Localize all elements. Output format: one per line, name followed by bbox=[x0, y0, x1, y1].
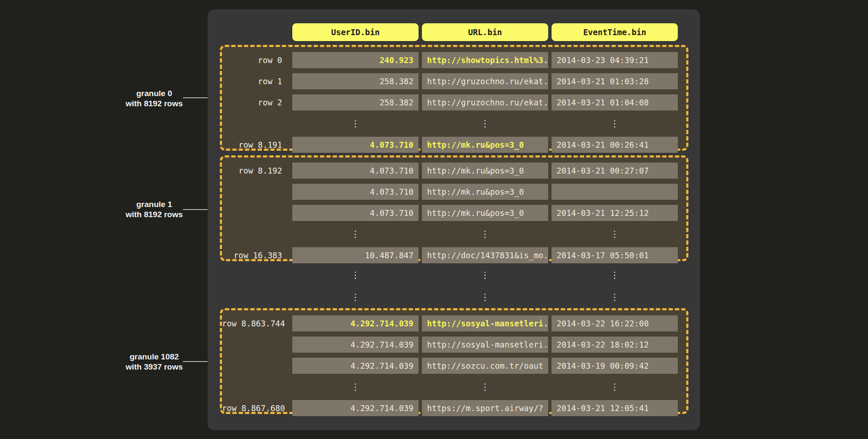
eventtime-cell: 2014-03-22 16:22:00 bbox=[552, 315, 678, 331]
vertical-ellipsis: ⋮ bbox=[292, 289, 419, 305]
userid-cell: 4.292.714.039 bbox=[292, 315, 419, 331]
vertical-ellipsis: ⋮ bbox=[552, 267, 678, 283]
userid-cell: 240.923 bbox=[292, 52, 419, 68]
userid-cell: 10.487.847 bbox=[292, 247, 419, 263]
table-row: row 2 258.382 http://gruzochno.ru/ekat..… bbox=[222, 94, 686, 110]
vertical-ellipsis: ⋮ bbox=[292, 379, 419, 395]
table-row: row 8.192 4.073.710 http://mk.ru&pos=3_0… bbox=[222, 163, 686, 179]
row-label: row 2 bbox=[222, 94, 289, 110]
ellipsis-row: ⋮ ⋮ ⋮ bbox=[222, 379, 686, 395]
row-label bbox=[222, 337, 289, 353]
userid-cell: 4.073.710 bbox=[292, 137, 419, 153]
table-row: 4.073.710 http://mk.ru&pos=3_0 bbox=[222, 184, 686, 200]
table-row: 4.073.710 http://mk.ru&pos=3_0 2014-03-2… bbox=[222, 205, 686, 221]
eventtime-cell: 2014-03-23 04:39:21 bbox=[552, 52, 678, 68]
table-row: row 16.383 10.487.847 http://doc/1437831… bbox=[222, 247, 686, 263]
url-cell: http://mk.ru&pos=3_0 bbox=[422, 184, 548, 200]
userid-cell: 4.073.710 bbox=[292, 163, 419, 179]
vertical-ellipsis: ⋮ bbox=[292, 226, 419, 242]
eventtime-cell-empty bbox=[552, 184, 678, 200]
table-row: 4.292.714.039 http://sosyal-mansetleri..… bbox=[222, 337, 686, 353]
userid-cell: 4.073.710 bbox=[292, 205, 419, 221]
table-row: row 0 240.923 http://showtopics.html%3..… bbox=[222, 52, 686, 68]
vertical-ellipsis: ⋮ bbox=[292, 116, 419, 132]
granule-1082-label-line1: granule 1082 bbox=[91, 352, 218, 362]
panel-ellipsis-row: ⋮ ⋮ ⋮ bbox=[220, 267, 688, 283]
panel-ellipsis-row: ⋮ ⋮ ⋮ bbox=[220, 289, 688, 305]
table-row: 4.292.714.039 http://sozcu.com.tr/oaut 2… bbox=[222, 358, 686, 374]
eventtime-cell: 2014-03-21 12:05:41 bbox=[552, 400, 678, 416]
table-row: row 8.863.744 4.292.714.039 http://sosya… bbox=[222, 315, 686, 331]
vertical-ellipsis: ⋮ bbox=[552, 116, 678, 132]
userid-cell: 4.292.714.039 bbox=[292, 337, 419, 353]
granule-1082-label: granule 1082 with 3937 rows bbox=[91, 352, 218, 372]
column-files-panel: UserID.bin URL.bin EventTime.bin row 0 2… bbox=[208, 9, 700, 430]
column-header-url-bin: URL.bin bbox=[422, 23, 548, 41]
row-label: row 8.863.744 bbox=[222, 315, 289, 331]
url-cell: http://gruzochno.ru/ekat... bbox=[422, 94, 548, 110]
header-spacer bbox=[222, 23, 289, 41]
granule-0-box: row 0 240.923 http://showtopics.html%3..… bbox=[220, 45, 688, 151]
row-label: row 8.867.680 bbox=[222, 400, 289, 416]
url-cell: http://doc/1437831&is_mo... bbox=[422, 247, 548, 263]
vertical-ellipsis: ⋮ bbox=[422, 267, 548, 283]
table-row: row 8.867.680 4.292.714.039 https://m.sp… bbox=[222, 400, 686, 416]
row-label: row 1 bbox=[222, 73, 289, 89]
url-cell: http://mk.ru&pos=3_0 bbox=[422, 137, 548, 153]
url-cell: http://sosyal-mansetleri... bbox=[422, 315, 548, 331]
granule-1-label-line1: granule 1 bbox=[91, 199, 218, 210]
granule-1082-label-line2: with 3937 rows bbox=[91, 362, 218, 372]
table-row: row 1 258.382 http://gruzochno.ru/ekat..… bbox=[222, 73, 686, 89]
granule-1-box: row 8.192 4.073.710 http://mk.ru&pos=3_0… bbox=[220, 155, 688, 261]
userid-cell: 258.382 bbox=[292, 94, 419, 110]
eventtime-cell: 2014-03-17 05:50:01 bbox=[552, 247, 678, 263]
userid-cell: 258.382 bbox=[292, 73, 419, 89]
vertical-ellipsis: ⋮ bbox=[552, 289, 678, 305]
eventtime-cell: 2014-03-22 18:02:12 bbox=[552, 337, 678, 353]
eventtime-cell: 2014-03-21 01:03:28 bbox=[552, 73, 678, 89]
column-header-eventtime-bin: EventTime.bin bbox=[552, 23, 678, 41]
granule-1082-box: row 8.863.744 4.292.714.039 http://sosya… bbox=[220, 308, 688, 414]
row-label: row 8.191 bbox=[222, 137, 289, 153]
url-cell: http://sosyal-mansetleri... bbox=[422, 337, 548, 353]
userid-cell: 4.292.714.039 bbox=[292, 358, 419, 374]
vertical-ellipsis: ⋮ bbox=[552, 379, 678, 395]
row-label bbox=[222, 205, 289, 221]
eventtime-cell: 2014-03-21 00:27:07 bbox=[552, 163, 678, 179]
url-cell: http://showtopics.html%3... bbox=[422, 52, 548, 68]
granule-1-label-line2: with 8192 rows bbox=[91, 210, 218, 220]
eventtime-cell: 2014-03-21 01:04:08 bbox=[552, 94, 678, 110]
column-header-userid-bin: UserID.bin bbox=[292, 23, 419, 41]
ellipsis-row: ⋮ ⋮ ⋮ bbox=[222, 116, 686, 132]
userid-cell: 4.292.714.039 bbox=[292, 400, 419, 416]
vertical-ellipsis: ⋮ bbox=[552, 226, 678, 242]
vertical-ellipsis: ⋮ bbox=[422, 289, 548, 305]
url-cell: http://mk.ru&pos=3_0 bbox=[422, 205, 548, 221]
url-cell: http://gruzochno.ru/ekat... bbox=[422, 73, 548, 89]
column-headers: UserID.bin URL.bin EventTime.bin bbox=[220, 23, 688, 41]
table-row: row 8.191 4.073.710 http://mk.ru&pos=3_0… bbox=[222, 137, 686, 153]
row-label: row 8.192 bbox=[222, 163, 289, 179]
eventtime-cell: 2014-03-21 12:25:12 bbox=[552, 205, 678, 221]
granule-0-label: granule 0 with 8192 rows bbox=[91, 88, 218, 109]
vertical-ellipsis: ⋮ bbox=[422, 116, 548, 132]
row-label: row 16.383 bbox=[222, 247, 289, 263]
ellipsis-row: ⋮ ⋮ ⋮ bbox=[222, 226, 686, 242]
granule-0-label-line2: with 8192 rows bbox=[91, 99, 218, 109]
row-label: row 0 bbox=[222, 52, 289, 68]
url-cell: https://m.sport.airway/? bbox=[422, 400, 548, 416]
eventtime-cell: 2014-03-19 00:09:42 bbox=[552, 358, 678, 374]
eventtime-cell: 2014-03-21 00:26:41 bbox=[552, 137, 678, 153]
userid-cell: 4.073.710 bbox=[292, 184, 419, 200]
vertical-ellipsis: ⋮ bbox=[422, 226, 548, 242]
row-label bbox=[222, 358, 289, 374]
row-label bbox=[222, 184, 289, 200]
url-cell: http://sozcu.com.tr/oaut bbox=[422, 358, 548, 374]
url-cell: http://mk.ru&pos=3_0 bbox=[422, 163, 548, 179]
vertical-ellipsis: ⋮ bbox=[292, 267, 419, 283]
vertical-ellipsis: ⋮ bbox=[422, 379, 548, 395]
granules-diagram: granule 0 with 8192 rows granule 1 with … bbox=[0, 0, 868, 439]
